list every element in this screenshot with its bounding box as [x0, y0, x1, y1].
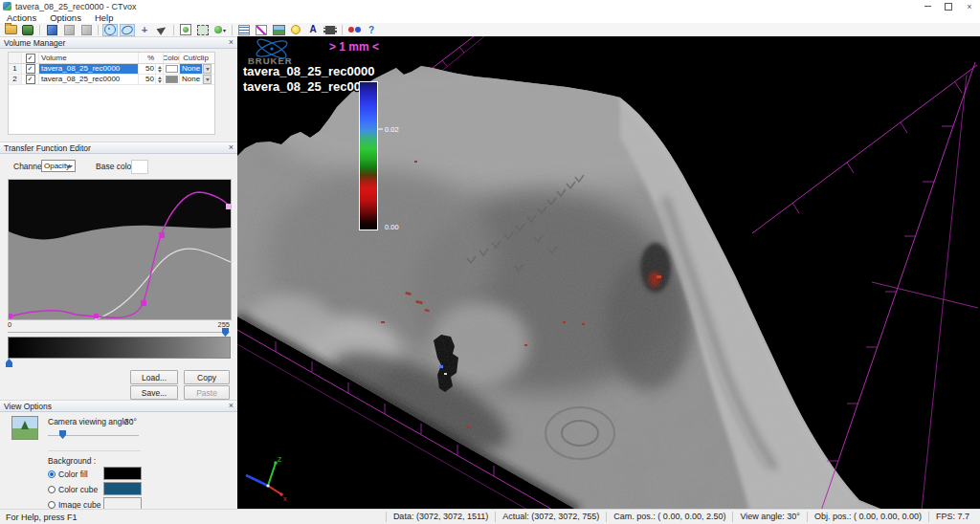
- color-cube-radio[interactable]: [48, 486, 56, 493]
- orbit-rotate-icon: [104, 24, 116, 35]
- base-color-swatch[interactable]: [131, 160, 148, 174]
- camera-angle-label: Camera viewing angle :: [48, 417, 133, 426]
- grayscale-gradient-bar[interactable]: [8, 337, 231, 359]
- pan-move-icon: +: [142, 25, 147, 34]
- movie-maker-button[interactable]: [323, 24, 338, 36]
- stereo-view-icon: [348, 27, 361, 33]
- volume-label-2: tavera_08_25_rec0000: [243, 79, 374, 94]
- render-mode-button[interactable]: ▾: [212, 24, 228, 36]
- menu-options[interactable]: Options: [43, 12, 88, 23]
- table-row[interactable]: 1 ✓ tavera_08_25_rec0000 50 None: [9, 64, 214, 75]
- volume-name-cell[interactable]: tavera_08_25_rec0000: [39, 75, 139, 84]
- orbit-rotate-button[interactable]: [102, 24, 118, 36]
- flight-mode-icon: [156, 24, 167, 35]
- load-volume-icon: [22, 25, 33, 35]
- lighting-button[interactable]: [288, 24, 303, 36]
- status-bar: For Help, press F1 Data: (3072, 3072, 15…: [0, 509, 980, 524]
- cube-view-3-button[interactable]: [78, 24, 94, 36]
- open-file-button[interactable]: [3, 24, 18, 36]
- color-fill-radio[interactable]: [48, 470, 56, 478]
- axis-min-label: 0: [8, 320, 11, 329]
- render-viewport[interactable]: Z x BRUKER > 1 mm < tavera_08_25_rec0000…: [237, 36, 980, 509]
- window-title: tavera_08_25_rec0000 - CTvox: [15, 2, 137, 11]
- row-checkbox[interactable]: ✓: [26, 75, 35, 84]
- scale-label: > 1 mm <: [329, 40, 379, 54]
- view-options-title: View Options: [4, 402, 52, 411]
- title-bar: tavera_08_25_rec0000 - CTvox ×: [0, 0, 980, 12]
- app-icon: [3, 2, 11, 11]
- color-fill-swatch[interactable]: [103, 467, 142, 480]
- status-object-position: Obj. pos.: ( 0.00, 0.00, 0.00): [807, 512, 928, 522]
- volume-manager-button[interactable]: [236, 24, 252, 36]
- color-cube-label: Color cube: [58, 485, 98, 494]
- close-button[interactable]: ×: [959, 0, 980, 12]
- transfer-function-graph[interactable]: [8, 179, 232, 320]
- color-swatch[interactable]: [166, 76, 178, 83]
- close-icon[interactable]: ×: [229, 402, 234, 410]
- status-camera-position: Cam. pos.: ( 0.00, 0.00, 2.50): [606, 512, 732, 522]
- volume-table-header: ✓ Volume % Color Cut/clip: [9, 53, 214, 64]
- volume-manager-title: Volume Manager: [4, 38, 65, 48]
- volume-manager-panel: Volume Manager × ✓ Volume % Color Cut/cl…: [0, 36, 237, 142]
- cutclip-cell[interactable]: None: [180, 75, 203, 84]
- percent-cell[interactable]: 50: [139, 64, 156, 74]
- image-capture-button[interactable]: [271, 24, 286, 36]
- status-help-text: For Help, press F1: [0, 513, 78, 522]
- orbit-spin-button[interactable]: [120, 24, 135, 36]
- color-cube-swatch[interactable]: [103, 482, 142, 495]
- view-options-panel: View Options × Camera viewing angle : 30…: [0, 400, 237, 509]
- render-sphere-button[interactable]: [178, 24, 193, 36]
- close-icon[interactable]: ×: [229, 143, 234, 152]
- cube-view-2-button[interactable]: [61, 24, 77, 36]
- cube-disabled-icon: [81, 25, 92, 35]
- status-view-angle: View angle: 30°: [732, 512, 806, 522]
- image-capture-icon: [273, 25, 285, 35]
- table-row[interactable]: 2 ✓ tavera_08_25_rec0000 50 None: [9, 75, 214, 85]
- row-number: 1: [9, 64, 22, 74]
- toolbar: + ▾ A ?: [0, 23, 980, 36]
- load-volume-button[interactable]: [20, 24, 35, 36]
- annotation-font-icon: A: [309, 25, 316, 34]
- channel-select[interactable]: Opacity: [41, 160, 76, 172]
- cutclip-dropdown[interactable]: [203, 64, 212, 74]
- volume-label-1: tavera_08_25_rec0000: [243, 64, 374, 78]
- image-cube-radio[interactable]: [48, 501, 56, 509]
- col-cutclip: Cut/clip: [180, 53, 212, 63]
- clipping-box-button[interactable]: [195, 24, 211, 36]
- col-volume: Volume: [39, 53, 139, 63]
- percent-stepper[interactable]: [156, 64, 164, 74]
- close-icon[interactable]: ×: [229, 38, 234, 47]
- range-min-slider[interactable]: [6, 359, 12, 367]
- pan-move-button[interactable]: +: [137, 24, 152, 36]
- select-all-checkbox[interactable]: ✓: [26, 54, 35, 63]
- volume-table: ✓ Volume % Color Cut/clip 1 ✓ tavera_08_…: [8, 52, 215, 135]
- left-panel-column: Volume Manager × ✓ Volume % Color Cut/cl…: [0, 36, 237, 509]
- range-max-slider[interactable]: [222, 328, 229, 337]
- copy-button[interactable]: Copy: [184, 370, 230, 384]
- cube-view-button[interactable]: [44, 24, 59, 36]
- transfer-function-button[interactable]: [254, 24, 269, 36]
- orbit-spin-icon: [121, 24, 134, 36]
- cube-icon: [47, 25, 57, 35]
- flight-mode-button[interactable]: [154, 24, 169, 36]
- paste-button[interactable]: Paste: [184, 385, 230, 400]
- annotation-font-button[interactable]: A: [305, 24, 321, 36]
- color-swatch[interactable]: [166, 65, 178, 73]
- context-help-button[interactable]: ?: [364, 24, 379, 36]
- maximize-button[interactable]: [938, 0, 959, 12]
- percent-cell[interactable]: 50: [139, 75, 156, 84]
- status-data-size: Data: (3072, 3072, 1511): [386, 512, 495, 522]
- row-number: 2: [9, 75, 22, 84]
- camera-angle-thumb[interactable]: [59, 430, 66, 439]
- percent-stepper[interactable]: [156, 75, 164, 84]
- minimize-button[interactable]: [917, 0, 938, 12]
- cutclip-dropdown[interactable]: [203, 75, 212, 84]
- menu-actions[interactable]: Actions: [0, 12, 43, 23]
- cutclip-cell[interactable]: None: [180, 64, 203, 74]
- row-checkbox[interactable]: ✓: [26, 64, 35, 74]
- load-button[interactable]: Load...: [130, 370, 178, 384]
- menu-help[interactable]: Help: [88, 12, 121, 23]
- stereo-view-button[interactable]: [346, 24, 362, 36]
- save-button[interactable]: Save...: [130, 385, 178, 400]
- volume-name-cell[interactable]: tavera_08_25_rec0000: [39, 64, 139, 74]
